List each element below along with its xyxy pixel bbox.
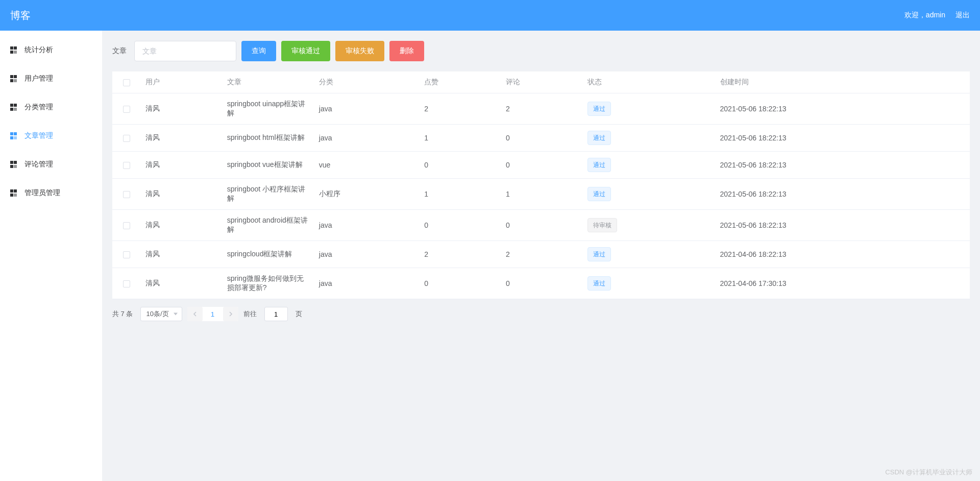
sidebar-item-label: 统计分析 bbox=[24, 45, 53, 55]
page-suffix: 页 bbox=[296, 309, 302, 319]
sidebar-item-label: 文章管理 bbox=[24, 131, 53, 140]
cell-article: springboot html框架讲解 bbox=[222, 125, 314, 152]
select-all-checkbox[interactable] bbox=[123, 79, 130, 86]
table-row[interactable]: 清风springboot android框架讲解java00待审核2021-05… bbox=[112, 210, 970, 241]
cell-status: 通过 bbox=[582, 152, 715, 179]
row-checkbox[interactable] bbox=[123, 251, 130, 258]
page-number-button[interactable]: 1 bbox=[205, 307, 220, 321]
row-checkbox[interactable] bbox=[123, 280, 130, 287]
table-row[interactable]: 清风springboot vue框架讲解vue00通过2021-05-06 18… bbox=[112, 152, 970, 179]
table-header-row: 用户 文章 分类 点赞 评论 状态 创建时间 bbox=[112, 71, 970, 93]
sidebar-item-label: 用户管理 bbox=[24, 74, 53, 83]
main-content: 文章 查询 审核通过 审核失败 删除 用户 文章 分类 点赞 评论 状态 bbox=[102, 31, 980, 481]
cell-likes: 1 bbox=[419, 179, 501, 210]
row-checkbox[interactable] bbox=[123, 106, 130, 113]
cell-created: 2021-05-06 18:22:13 bbox=[715, 125, 970, 152]
sidebar-item-2[interactable]: 分类管理 bbox=[0, 93, 102, 122]
welcome-text: 欢迎，admin bbox=[904, 11, 945, 20]
chevron-left-icon bbox=[192, 311, 198, 317]
cell-article: springcloud框架讲解 bbox=[222, 241, 314, 268]
row-checkbox[interactable] bbox=[123, 191, 130, 198]
cell-user: 清风 bbox=[140, 268, 222, 299]
prev-page-button[interactable] bbox=[187, 307, 203, 321]
next-page-button[interactable] bbox=[223, 307, 238, 321]
search-input[interactable] bbox=[134, 41, 236, 61]
grid-icon bbox=[10, 104, 17, 111]
cell-status: 通过 bbox=[582, 268, 715, 299]
sidebar-item-label: 管理员管理 bbox=[24, 188, 60, 198]
sidebar-item-0[interactable]: 统计分析 bbox=[0, 36, 102, 64]
col-article: 文章 bbox=[222, 71, 314, 93]
article-table: 用户 文章 分类 点赞 评论 状态 创建时间 清风springboot uina… bbox=[112, 71, 970, 299]
cell-article: springboot 小程序框架讲解 bbox=[222, 179, 314, 210]
page-size-select[interactable]: 10条/页 bbox=[140, 307, 182, 321]
approve-button[interactable]: 审核通过 bbox=[281, 41, 330, 61]
sidebar-item-4[interactable]: 评论管理 bbox=[0, 150, 102, 179]
sidebar: 统计分析用户管理分类管理文章管理评论管理管理员管理 bbox=[0, 31, 102, 481]
cell-user: 清风 bbox=[140, 179, 222, 210]
sidebar-item-3[interactable]: 文章管理 bbox=[0, 122, 102, 150]
cell-status: 通过 bbox=[582, 241, 715, 268]
status-badge: 通过 bbox=[587, 158, 611, 172]
cell-comments: 0 bbox=[501, 210, 582, 241]
cell-created: 2021-05-06 18:22:13 bbox=[715, 152, 970, 179]
cell-created: 2021-05-06 18:22:13 bbox=[715, 93, 970, 125]
cell-created: 2021-04-06 17:30:13 bbox=[715, 268, 970, 299]
reject-button[interactable]: 审核失败 bbox=[335, 41, 384, 61]
cell-article: springboot vue框架讲解 bbox=[222, 152, 314, 179]
cell-likes: 1 bbox=[419, 125, 501, 152]
row-checkbox[interactable] bbox=[123, 162, 130, 169]
cell-user: 清风 bbox=[140, 241, 222, 268]
cell-comments: 1 bbox=[501, 179, 582, 210]
cell-created: 2021-05-06 18:22:13 bbox=[715, 179, 970, 210]
cell-user: 清风 bbox=[140, 210, 222, 241]
chevron-right-icon bbox=[228, 311, 233, 317]
col-status: 状态 bbox=[582, 71, 715, 93]
page-total: 共 7 条 bbox=[112, 309, 133, 319]
cell-category: java bbox=[314, 268, 419, 299]
cell-comments: 2 bbox=[501, 93, 582, 125]
goto-label: 前往 bbox=[243, 309, 257, 319]
sidebar-item-1[interactable]: 用户管理 bbox=[0, 64, 102, 93]
cell-comments: 0 bbox=[501, 268, 582, 299]
col-created: 创建时间 bbox=[715, 71, 970, 93]
table-row[interactable]: 清风springcloud框架讲解java22通过2021-04-06 18:2… bbox=[112, 241, 970, 268]
status-badge: 通过 bbox=[587, 276, 611, 291]
query-button[interactable]: 查询 bbox=[241, 41, 276, 61]
table-row[interactable]: 清风spring微服务如何做到无损部署更新?java00通过2021-04-06… bbox=[112, 268, 970, 299]
cell-likes: 2 bbox=[419, 241, 501, 268]
cell-article: spring微服务如何做到无损部署更新? bbox=[222, 268, 314, 299]
cell-created: 2021-05-06 18:22:13 bbox=[715, 210, 970, 241]
status-badge: 通过 bbox=[587, 247, 611, 261]
grid-icon bbox=[10, 46, 17, 54]
cell-status: 待审核 bbox=[582, 210, 715, 241]
cell-category: vue bbox=[314, 152, 419, 179]
cell-user: 清风 bbox=[140, 93, 222, 125]
row-checkbox[interactable] bbox=[123, 222, 130, 229]
cell-category: java bbox=[314, 241, 419, 268]
logout-link[interactable]: 退出 bbox=[955, 11, 970, 20]
col-user: 用户 bbox=[140, 71, 222, 93]
table-row[interactable]: 清风springboot uinapp框架讲解java22通过2021-05-0… bbox=[112, 93, 970, 125]
delete-button[interactable]: 删除 bbox=[389, 41, 424, 61]
cell-category: 小程序 bbox=[314, 179, 419, 210]
cell-likes: 2 bbox=[419, 93, 501, 125]
cell-article: springboot uinapp框架讲解 bbox=[222, 93, 314, 125]
cell-user: 清风 bbox=[140, 125, 222, 152]
sidebar-item-5[interactable]: 管理员管理 bbox=[0, 179, 102, 207]
table-row[interactable]: 清风springboot html框架讲解java10通过2021-05-06 … bbox=[112, 125, 970, 152]
toolbar: 文章 查询 审核通过 审核失败 删除 bbox=[112, 41, 970, 61]
goto-page-input[interactable] bbox=[264, 307, 288, 321]
grid-icon bbox=[10, 161, 17, 168]
grid-icon bbox=[10, 189, 17, 197]
sidebar-item-label: 分类管理 bbox=[24, 103, 53, 112]
col-likes: 点赞 bbox=[419, 71, 501, 93]
status-badge: 通过 bbox=[587, 131, 611, 145]
table-row[interactable]: 清风springboot 小程序框架讲解小程序11通过2021-05-06 18… bbox=[112, 179, 970, 210]
table-container: 用户 文章 分类 点赞 评论 状态 创建时间 清风springboot uina… bbox=[112, 71, 970, 299]
cell-comments: 0 bbox=[501, 125, 582, 152]
cell-category: java bbox=[314, 125, 419, 152]
row-checkbox[interactable] bbox=[123, 135, 130, 142]
header-right: 欢迎，admin 退出 bbox=[904, 11, 970, 20]
status-badge: 待审核 bbox=[587, 218, 617, 232]
